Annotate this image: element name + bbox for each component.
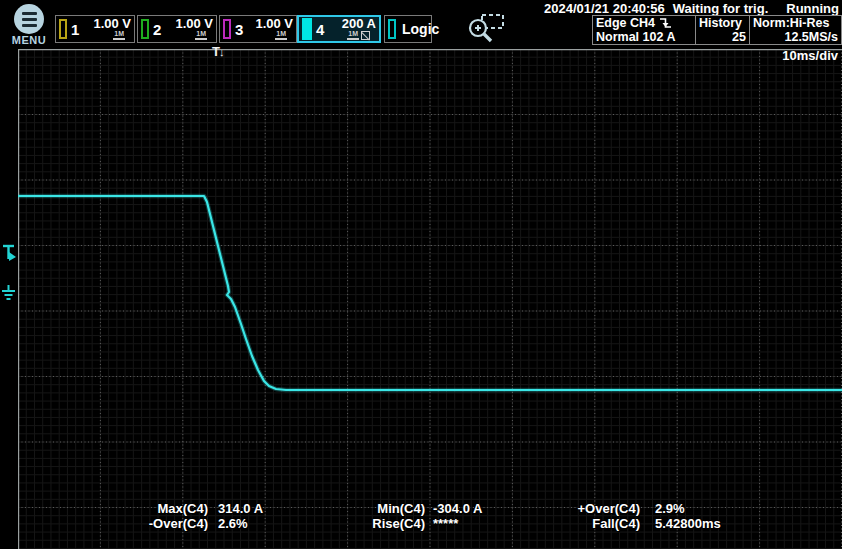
zoom-search-icon <box>466 12 508 48</box>
channel-1-scale: 1.00 V <box>93 18 131 30</box>
channel-1-box[interactable]: 1 1.00 V 1M <box>55 15 135 43</box>
history-label: History <box>699 16 746 30</box>
menu-button[interactable]: MENU <box>7 4 51 46</box>
falling-edge-icon <box>659 17 672 29</box>
menu-label: MENU <box>7 34 51 46</box>
acquisition-box[interactable]: Norm:Hi-Res 12.5MS/s <box>749 15 842 45</box>
meas-rise-label: Rise(C4) <box>325 516 425 531</box>
left-markers <box>0 230 18 320</box>
meas-max-label: Max(C4) <box>108 501 208 516</box>
channel-4-box[interactable]: 4 200 A 1M <box>297 15 381 43</box>
channel-3-color-chip <box>223 19 231 39</box>
trigger-position-marker[interactable]: T↓ <box>212 44 224 59</box>
channel-1-number: 1 <box>71 21 79 38</box>
logic-label: Logic <box>402 21 439 37</box>
meas-min-label: Min(C4) <box>325 501 425 516</box>
trigger-status: Waiting for trig. <box>673 1 769 15</box>
history-count: 25 <box>699 30 746 44</box>
timebase-label: 10ms/div <box>782 48 838 63</box>
current-probe-icon <box>361 31 370 40</box>
logic-color-chip <box>388 19 396 39</box>
channel-4-scale: 200 A <box>342 18 376 30</box>
meas-posover-label: +Over(C4) <box>540 501 640 516</box>
ground-icon[interactable] <box>2 285 15 299</box>
trigger-settings-box[interactable]: Edge CH4 Normal 102 A <box>592 15 696 45</box>
meas-fall-label: Fall(C4) <box>540 516 640 531</box>
meas-fall-value: 5.42800ms <box>655 516 721 531</box>
channel-2-box[interactable]: 2 1.00 V 1M <box>137 15 217 43</box>
channel-2-number: 2 <box>153 21 161 38</box>
history-box[interactable]: History 25 <box>695 15 750 45</box>
meas-rise-value: ***** <box>433 516 482 531</box>
run-status: Running <box>786 1 839 15</box>
channel-4-color-chip <box>302 18 312 40</box>
datetime: 2024/01/21 20:40:56 <box>544 1 665 15</box>
logic-box[interactable]: Logic <box>384 15 432 43</box>
hamburger-icon <box>14 4 44 34</box>
channel-2-scale: 1.00 V <box>175 18 213 30</box>
impedance-1m-icon: 1M <box>347 30 359 40</box>
meas-negover-label: -Over(C4) <box>108 516 208 531</box>
trigger-level-icon[interactable] <box>3 246 16 261</box>
impedance-1m-icon: 1M <box>195 30 207 40</box>
channel-1-color-chip <box>59 19 67 39</box>
impedance-1m-icon: 1M <box>113 30 125 40</box>
meas-negover-value: 2.6% <box>218 516 263 531</box>
sample-rate: 12.5MS/s <box>753 30 838 44</box>
grid-lines <box>18 49 842 549</box>
zoom-search-button[interactable] <box>466 12 508 52</box>
channel-3-box[interactable]: 3 1.00 V 1M <box>219 15 297 43</box>
graticule <box>18 49 842 549</box>
acquisition-mode: Norm:Hi-Res <box>753 16 838 30</box>
meas-max-value: 314.0 A <box>218 501 263 516</box>
meas-min-value: -304.0 A <box>433 501 482 516</box>
down-arrow-icon: ↓ <box>219 46 225 58</box>
channel-3-number: 3 <box>235 21 243 38</box>
channel-3-scale: 1.00 V <box>255 18 293 30</box>
channel-2-color-chip <box>141 19 149 39</box>
trigger-type: Edge CH4 <box>596 16 655 30</box>
channel-4-number: 4 <box>316 21 324 38</box>
status-line: 2024/01/21 20:40:56 Waiting for trig. Ru… <box>544 1 839 15</box>
impedance-1m-icon: 1M <box>275 30 287 40</box>
trigger-mode: Normal 102 A <box>596 30 692 44</box>
meas-posover-value: 2.9% <box>655 501 721 516</box>
